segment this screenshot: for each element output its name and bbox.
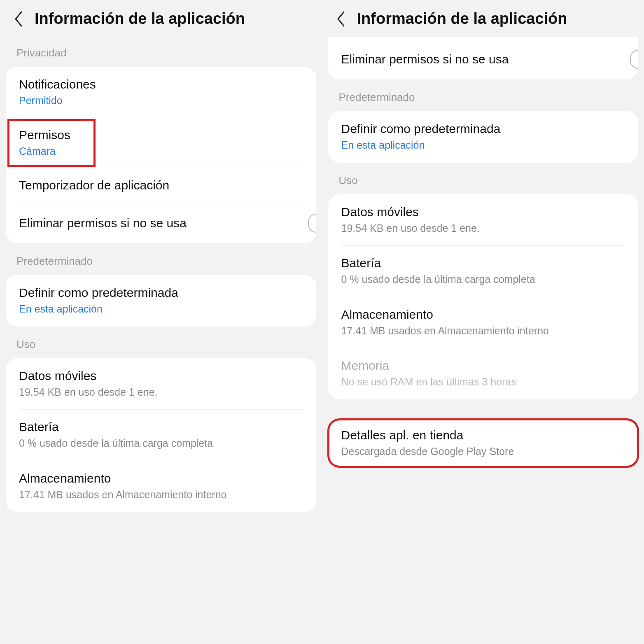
row-sub: 17.41 MB usados en Almacenamiento intern… <box>19 488 303 502</box>
row-sub: No se usó RAM en las últimas 3 horas <box>341 375 625 389</box>
row-title: Notificaciones <box>19 77 303 91</box>
section-privacidad: Privacidad <box>0 35 322 67</box>
row-title: Permisos <box>19 128 84 142</box>
card-privacidad: Notificaciones Permitido Permisos Cámara… <box>6 67 316 243</box>
row-sub: 17.41 MB usados en Almacenamiento intern… <box>341 324 625 338</box>
row-bateria[interactable]: Batería 0 % usado desde la última carga … <box>328 245 639 297</box>
header-left: Información de la aplicación <box>0 0 322 35</box>
row-definir-predeterminada[interactable]: Definir como predeterminada En esta apli… <box>328 111 639 163</box>
row-title: Almacenamiento <box>341 308 625 322</box>
row-sub: En esta aplicación <box>19 302 303 316</box>
row-sub: En esta aplicación <box>341 138 625 152</box>
card-eliminar: Eliminar permisos si no se usa <box>328 37 639 79</box>
page-title: Información de la aplicación <box>35 10 245 28</box>
row-almacenamiento[interactable]: Almacenamiento 17.41 MB usados en Almace… <box>6 461 316 512</box>
row-temporizador[interactable]: Temporizador de aplicación <box>6 168 316 203</box>
row-sub: 0 % usado desde la última carga completa <box>341 273 625 286</box>
page-title: Información de la aplicación <box>357 10 567 28</box>
card-predeterminado: Definir como predeterminada En esta apli… <box>328 111 639 163</box>
card-predeterminado: Definir como predeterminada En esta apli… <box>6 275 316 327</box>
row-bateria[interactable]: Batería 0 % usado desde la última carga … <box>6 409 316 461</box>
section-predeterminado: Predeterminado <box>322 79 644 111</box>
row-title: Definir como predeterminada <box>19 286 303 300</box>
row-sub: Permitido <box>19 94 303 107</box>
pane-right: Información de la aplicación Eliminar pe… <box>322 0 644 644</box>
row-title: Almacenamiento <box>19 471 303 485</box>
card-uso: Datos móviles 19.54 KB en uso desde 1 en… <box>6 358 316 512</box>
row-memoria[interactable]: Memoria No se usó RAM en las últimas 3 h… <box>328 348 639 399</box>
row-sub: 19.54 KB en uso desde 1 ene. <box>19 385 303 399</box>
header-right: Información de la aplicación <box>322 0 644 35</box>
row-title: Eliminar permisos si no se usa <box>19 216 187 230</box>
row-title: Detalles apl. en tienda <box>341 428 625 442</box>
row-title: Datos móviles <box>341 205 625 219</box>
row-detalles-tienda-highlighted[interactable]: Detalles apl. en tienda Descargada desde… <box>328 419 639 467</box>
row-sub: 0 % usado desde la última carga completa <box>19 436 303 450</box>
section-uso: Uso <box>0 327 322 358</box>
row-title: Batería <box>19 420 303 434</box>
row-sub: Descargada desde Google Play Store <box>341 445 625 458</box>
row-title: Definir como predeterminada <box>341 122 625 136</box>
row-title: Memoria <box>341 359 625 373</box>
row-almacenamiento[interactable]: Almacenamiento 17.41 MB usados en Almace… <box>328 297 639 348</box>
row-sub: Cámara <box>19 145 84 158</box>
toggle-icon[interactable] <box>308 214 316 233</box>
row-datos-moviles[interactable]: Datos móviles 19.54 KB en uso desde 1 en… <box>328 194 639 246</box>
row-eliminar-permisos[interactable]: Eliminar permisos si no se usa <box>328 39 639 79</box>
row-title: Temporizador de aplicación <box>19 178 303 192</box>
card-uso: Datos móviles 19.54 KB en uso desde 1 en… <box>328 194 639 399</box>
toggle-icon[interactable] <box>630 50 638 69</box>
row-sub: 19.54 KB en uso desde 1 ene. <box>341 222 625 235</box>
row-permisos-highlighted[interactable]: Permisos Cámara <box>8 120 95 166</box>
row-notificaciones[interactable]: Notificaciones Permitido <box>6 67 316 118</box>
row-title: Eliminar permisos si no se usa <box>341 52 509 66</box>
pane-left: Información de la aplicación Privacidad … <box>0 0 322 644</box>
row-title: Datos móviles <box>19 369 303 383</box>
row-title: Batería <box>341 256 625 270</box>
row-definir-predeterminada[interactable]: Definir como predeterminada En esta apli… <box>6 275 316 327</box>
row-eliminar-permisos[interactable]: Eliminar permisos si no se usa <box>6 203 316 243</box>
back-icon[interactable] <box>334 12 349 26</box>
row-datos-moviles[interactable]: Datos móviles 19.54 KB en uso desde 1 en… <box>6 358 316 410</box>
section-predeterminado: Predeterminado <box>0 243 322 275</box>
back-icon[interactable] <box>12 12 26 26</box>
section-uso: Uso <box>322 163 644 194</box>
